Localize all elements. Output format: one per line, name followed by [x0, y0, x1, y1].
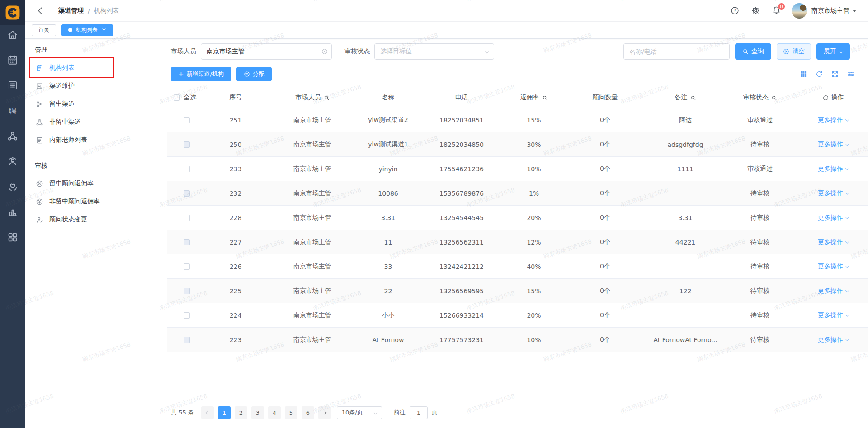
back-icon[interactable] [36, 6, 45, 15]
username[interactable]: 南京市场主管 [811, 7, 849, 15]
query-button[interactable]: 查询 [735, 43, 771, 60]
cell-phone: 17757573231 [416, 336, 507, 343]
row-checkbox[interactable] [184, 166, 190, 172]
form-icon[interactable] [7, 80, 18, 91]
expand-button[interactable]: 展开 [816, 43, 850, 60]
grid-icon[interactable] [800, 71, 807, 78]
column-header-select[interactable]: 全选 [167, 94, 206, 102]
calendar-icon[interactable] [7, 55, 18, 66]
assign-button[interactable]: 分配 [236, 67, 272, 81]
market-filter-input-wrap [201, 43, 332, 60]
column-header-remark[interactable]: 备注 [649, 94, 722, 102]
cell-actions: 更多操作 [798, 238, 868, 246]
market-filter-input[interactable] [201, 43, 332, 60]
more-actions-link[interactable]: 更多操作 [818, 141, 849, 149]
sidebar-item-liuzhong-advisor-rebate[interactable]: 留中顾问返佣率 [25, 174, 165, 193]
student-icon[interactable] [7, 156, 18, 167]
page-button-2[interactable]: 2 [235, 406, 247, 419]
settings-icon[interactable] [751, 6, 760, 15]
search-icon[interactable] [690, 95, 696, 101]
app-logo[interactable] [0, 0, 25, 25]
cell-actions: 更多操作 [798, 287, 868, 295]
row-checkbox[interactable] [184, 117, 190, 123]
prev-page-button[interactable] [201, 406, 214, 419]
more-actions-link[interactable]: 更多操作 [818, 263, 849, 271]
select-all-checkbox[interactable] [174, 94, 180, 101]
goto-page-input[interactable] [410, 406, 428, 419]
search-icon[interactable] [324, 95, 330, 101]
status-filter-select[interactable]: 选择目标值 [374, 43, 494, 60]
close-icon[interactable] [102, 28, 106, 33]
cell-phone: 17554621236 [416, 165, 507, 173]
more-actions-link[interactable]: 更多操作 [818, 189, 849, 198]
row-select-cell [167, 288, 206, 294]
cell-status: 待审核 [722, 287, 798, 295]
sidebar-item-internal-teacher-list[interactable]: 内部老师列表 [25, 131, 165, 149]
column-header-rate[interactable]: 返佣率 [507, 94, 561, 102]
table-row: 225南京市场主管221325656959515%0个122待审核更多操作 [167, 279, 868, 303]
more-actions-label: 更多操作 [818, 336, 843, 344]
recruit-icon[interactable]: 聘 [7, 105, 18, 116]
left-icon-rail: 聘 [0, 0, 25, 428]
apps-icon[interactable] [7, 232, 18, 243]
more-actions-link[interactable]: 更多操作 [818, 336, 849, 344]
row-checkbox[interactable] [184, 337, 190, 343]
row-checkbox[interactable] [184, 263, 190, 270]
row-checkbox[interactable] [184, 141, 190, 148]
page-size-select[interactable]: 10条/页 [337, 406, 382, 419]
page-button-3[interactable]: 3 [251, 406, 264, 419]
network-icon[interactable] [7, 131, 18, 141]
page-button-6[interactable]: 6 [302, 406, 314, 419]
sidebar-item-liuzhong-channel[interactable]: 留中渠道 [25, 95, 165, 113]
more-actions-link[interactable]: 更多操作 [818, 287, 849, 295]
more-actions-link[interactable]: 更多操作 [818, 238, 849, 246]
row-checkbox[interactable] [184, 288, 190, 294]
help-icon[interactable]: ? [731, 6, 739, 15]
add-channel-org-button[interactable]: + 新增渠道/机构 [171, 67, 231, 81]
sidebar-item-non-liuzhong-advisor-rebate[interactable]: 非留中顾问返佣率 [25, 193, 165, 211]
cell-status: 待审核 [722, 141, 798, 149]
more-actions-link[interactable]: 更多操作 [818, 116, 849, 124]
name-phone-search-input[interactable] [623, 43, 730, 60]
fullscreen-icon[interactable] [831, 71, 839, 78]
chart-icon[interactable] [7, 207, 18, 217]
tab-org-list[interactable]: 机构列表 [61, 24, 113, 36]
notifications-button[interactable]: 0 [772, 6, 781, 16]
refresh-icon[interactable] [816, 71, 823, 78]
column-header-market[interactable]: 市场人员 [265, 94, 360, 102]
page-button-1[interactable]: 1 [218, 406, 231, 419]
column-settings-icon[interactable] [847, 71, 854, 78]
page-button-4[interactable]: 4 [268, 406, 281, 419]
sidebar-item-advisor-status-change[interactable]: 顾问状态变更 [25, 211, 165, 229]
page-button-5[interactable]: 5 [285, 406, 297, 419]
care-icon[interactable] [7, 181, 18, 192]
sidebar-item-org-list[interactable]: 机构列表 [25, 59, 165, 77]
cell-phone: 18252034850 [416, 141, 507, 148]
row-checkbox[interactable] [184, 239, 190, 245]
tab-home[interactable]: 首页 [32, 24, 56, 36]
sidebar-item-non-liuzhong-channel[interactable]: 非留中渠道 [25, 113, 165, 131]
column-header-status[interactable]: 审核状态 [722, 94, 798, 102]
cell-remark: 阿达 [649, 116, 722, 124]
clear-input-icon[interactable] [321, 48, 328, 55]
sidebar-item-channel-maintain[interactable]: 渠道维护 [25, 77, 165, 95]
more-actions-link[interactable]: 更多操作 [818, 165, 849, 173]
chevron-down-icon[interactable] [853, 10, 856, 12]
clear-button[interactable]: 清空 [777, 43, 811, 60]
cell-advisors: 0个 [561, 238, 649, 246]
more-actions-link[interactable]: 更多操作 [818, 311, 849, 320]
search-icon[interactable] [542, 95, 548, 101]
search-icon[interactable] [771, 95, 777, 101]
more-actions-link[interactable]: 更多操作 [818, 214, 849, 222]
row-checkbox[interactable] [184, 215, 190, 221]
cell-actions: 更多操作 [798, 116, 868, 124]
row-checkbox[interactable] [184, 312, 190, 319]
avatar[interactable] [792, 3, 807, 19]
info-icon[interactable] [823, 95, 829, 101]
next-page-button[interactable] [318, 406, 331, 419]
home-icon[interactable] [7, 29, 18, 40]
breadcrumb-section[interactable]: 渠道管理 [58, 7, 84, 15]
cell-seq: 232 [206, 190, 265, 197]
row-checkbox[interactable] [184, 190, 190, 197]
page-suffix-label: 页 [432, 409, 438, 417]
